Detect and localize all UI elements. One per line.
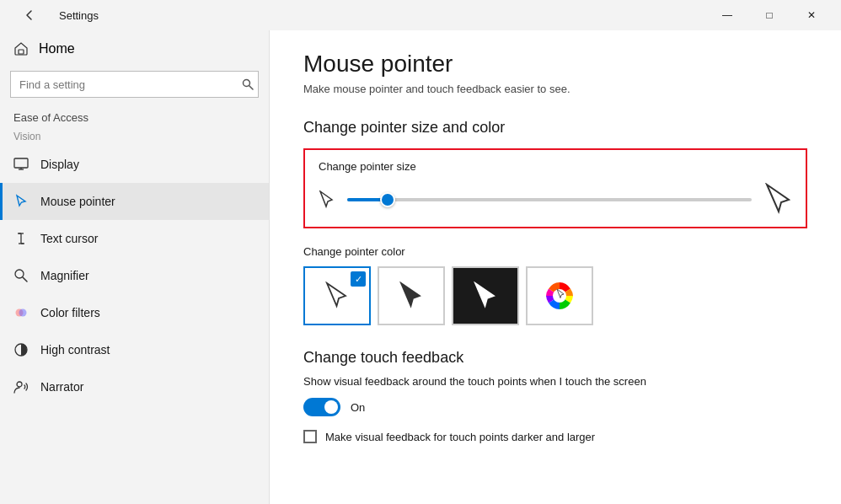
sidebar-item-display[interactable]: Display xyxy=(0,146,269,183)
selected-badge: ✓ xyxy=(351,271,366,287)
section1-title: Change pointer size and color xyxy=(303,119,807,137)
sidebar-item-color-filters[interactable]: Color filters xyxy=(0,294,269,331)
app-title: Settings xyxy=(59,9,99,22)
svg-point-14 xyxy=(19,309,27,317)
darker-checkbox[interactable] xyxy=(303,430,317,443)
narrator-label: Narrator xyxy=(40,380,83,394)
close-button[interactable]: ✕ xyxy=(792,3,831,27)
slider-track xyxy=(347,198,752,201)
page-title: Mouse pointer xyxy=(303,51,807,78)
svg-line-2 xyxy=(249,86,254,90)
search-box xyxy=(10,71,259,98)
app-body: Home Ease of Access Vision Display xyxy=(0,30,841,504)
sidebar-item-home[interactable]: Home xyxy=(0,30,269,67)
sidebar-item-narrator[interactable]: Narrator xyxy=(0,368,269,405)
magnifier-icon xyxy=(13,268,29,283)
maximize-button[interactable]: □ xyxy=(750,3,789,27)
color-option-inverted[interactable] xyxy=(452,266,519,325)
section2-title: Change touch feedback xyxy=(303,349,807,367)
color-filters-label: Color filters xyxy=(40,306,100,319)
search-input[interactable] xyxy=(10,71,259,98)
feedback-desc: Show visual feedback around the touch po… xyxy=(303,375,807,388)
mouse-pointer-label: Mouse pointer xyxy=(40,195,115,208)
pointer-size-label: Change pointer size xyxy=(319,160,792,173)
minimize-button[interactable]: — xyxy=(708,3,747,27)
sidebar: Home Ease of Access Vision Display xyxy=(0,30,270,504)
sidebar-item-mouse-pointer[interactable]: Mouse pointer xyxy=(0,183,269,220)
color-option-white[interactable]: ✓ xyxy=(303,266,371,325)
svg-rect-0 xyxy=(19,50,24,54)
svg-line-12 xyxy=(23,277,27,281)
touch-feedback-toggle[interactable] xyxy=(303,398,340,416)
magnifier-label: Magnifier xyxy=(40,269,89,282)
narrator-icon xyxy=(13,379,29,394)
checkbox-row: Make visual feedback for touch points da… xyxy=(303,430,807,443)
color-options: ✓ xyxy=(303,266,807,325)
cursor-small-icon xyxy=(319,190,334,209)
color-option-custom[interactable] xyxy=(526,266,593,325)
cursor-large-icon xyxy=(765,183,792,217)
search-button[interactable] xyxy=(242,78,254,90)
sidebar-item-text-cursor[interactable]: Text cursor xyxy=(0,220,269,257)
title-bar: Settings — □ ✕ xyxy=(0,0,841,30)
slider-row xyxy=(319,183,792,217)
main-content: Mouse pointer Make mouse pointer and tou… xyxy=(270,30,841,504)
window-controls: — □ ✕ xyxy=(708,3,831,27)
pointer-color-label: Change pointer color xyxy=(303,245,807,258)
home-label: Home xyxy=(39,41,75,56)
section-label: Ease of Access xyxy=(0,105,269,127)
text-cursor-label: Text cursor xyxy=(40,232,98,245)
vision-label: Vision xyxy=(0,127,269,146)
toggle-knob xyxy=(324,400,338,414)
page-subtitle: Make mouse pointer and touch feedback ea… xyxy=(303,83,807,95)
display-label: Display xyxy=(40,158,79,171)
high-contrast-icon xyxy=(13,342,29,357)
sidebar-item-high-contrast[interactable]: High contrast xyxy=(0,331,269,368)
checkbox-label: Make visual feedback for touch points da… xyxy=(325,431,595,443)
sidebar-item-magnifier[interactable]: Magnifier xyxy=(0,257,269,294)
display-icon xyxy=(13,157,29,172)
text-cursor-icon xyxy=(13,231,29,246)
toggle-row: On xyxy=(303,398,807,416)
color-filters-icon xyxy=(13,305,29,320)
mouse-pointer-icon xyxy=(13,194,29,209)
home-icon xyxy=(13,41,29,56)
back-button[interactable] xyxy=(10,3,49,27)
svg-point-16 xyxy=(17,382,22,387)
pointer-size-section: Change pointer size xyxy=(303,148,807,228)
toggle-label: On xyxy=(351,401,365,414)
high-contrast-label: High contrast xyxy=(40,343,110,357)
svg-rect-3 xyxy=(14,158,28,168)
title-bar-left: Settings xyxy=(10,3,99,27)
color-option-black[interactable] xyxy=(378,266,445,325)
